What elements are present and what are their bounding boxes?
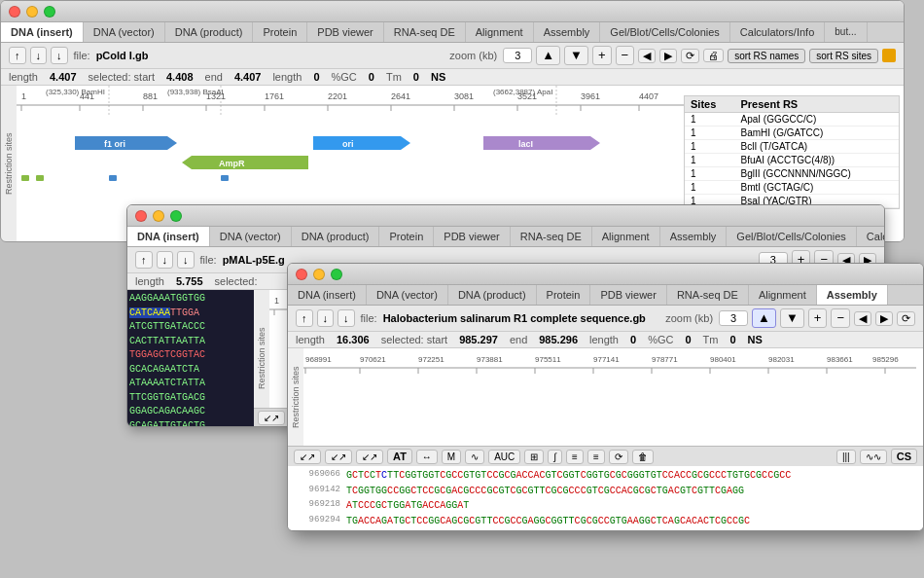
tab-dna-vector-w3[interactable]: DNA (vector) — [367, 285, 448, 305]
zoom-label-w1: zoom (kb) — [449, 50, 497, 61]
zoom-minus-w1[interactable]: − — [616, 46, 635, 65]
refresh-w1[interactable]: ⟳ — [681, 49, 699, 63]
minimize-btn-w1[interactable] — [26, 6, 38, 18]
zoom-input-w1[interactable] — [503, 48, 532, 63]
seq-btn-1-w3[interactable]: ↙↗ — [294, 450, 321, 464]
close-btn-w1[interactable] — [9, 6, 20, 18]
tab-assembly-w2[interactable]: Assembly — [660, 227, 728, 246]
window3-toolbar: ↑ ↓ ↓ file: Halobacterium salinarum R1 c… — [288, 306, 923, 332]
sort-rs-sites-w1[interactable]: sort RS sites — [809, 49, 878, 63]
tab-protein-w1[interactable]: Protein — [253, 22, 307, 42]
download-btn-w1[interactable]: ↓ — [30, 47, 48, 64]
zoom-down-w1[interactable]: ▼ — [564, 46, 588, 65]
seq-btn-lines-w3[interactable]: ≡ — [566, 450, 584, 464]
tab-dna-product-w3[interactable]: DNA (product) — [448, 285, 537, 305]
svg-marker-31 — [313, 136, 410, 150]
tab-protein-w2[interactable]: Protein — [379, 227, 434, 246]
close-btn-w2[interactable] — [135, 210, 147, 222]
seq-btn-wave-w3[interactable]: ∿ — [465, 450, 484, 464]
close-btn-w3[interactable] — [296, 269, 307, 280]
upload-btn-w3[interactable]: ↑ — [296, 309, 313, 327]
tab-pdb-w3[interactable]: PDB viewer — [590, 285, 666, 305]
tab-assembly-w3[interactable]: Assembly — [817, 285, 888, 305]
seq-btn-3-w3[interactable]: ↙↗ — [356, 450, 383, 464]
seq-btn-wave2-w3[interactable]: ∿∿ — [860, 450, 887, 464]
nav-left-w3[interactable]: ◀ — [854, 311, 871, 326]
tab-dna-insert-w2[interactable]: DNA (insert) — [127, 227, 210, 246]
zoom-btn-w1-title[interactable] — [44, 6, 55, 18]
zoom-up-w1[interactable]: ▲ — [536, 46, 560, 65]
tab-dna-product-w2[interactable]: DNA (product) — [292, 227, 380, 246]
seq-btn-trash-w3[interactable]: 🗑 — [632, 450, 654, 464]
tab-rnaseq-w1[interactable]: RNA-seq DE — [384, 22, 466, 42]
tab-pdb-w1[interactable]: PDB viewer — [307, 22, 383, 42]
svg-rect-40 — [221, 175, 229, 181]
tab-extra-w1[interactable]: but... — [825, 22, 867, 42]
zoom-minus-w3[interactable]: − — [831, 308, 850, 328]
seq-pos-4: 969294 — [292, 514, 340, 529]
tab-gel-w2[interactable]: Gel/Blot/Cells/Colonies — [727, 227, 857, 246]
zoom-plus-w1[interactable]: + — [592, 46, 612, 65]
zoom-plus-w3[interactable]: + — [808, 308, 828, 328]
seq-btn-grid-w3[interactable]: ⊞ — [524, 450, 544, 464]
nav-right-w3[interactable]: ▶ — [875, 311, 893, 326]
seq-btn-int-w3[interactable]: ∫ — [548, 450, 562, 464]
window3-seq-toolbar: ↙↗ ↙↗ ↙↗ AT ↔ M ∿ AUC ⊞ ∫ ≡ ≡ ⟳ 🗑 ||| ∿∿… — [288, 446, 923, 466]
seq-btn-4-w3[interactable]: ↔ — [416, 450, 438, 464]
tab-dna-product-w1[interactable]: DNA (product) — [165, 22, 254, 42]
download2-btn-w1[interactable]: ↓ — [51, 47, 68, 64]
tab-rnaseq-w3[interactable]: RNA-seq DE — [667, 285, 749, 305]
window3-tabbar: DNA (insert) DNA (vector) DNA (product) … — [288, 285, 923, 306]
sequence-lines-w3: 969066 GCTCCTCTTCGGTGGTCGCCGTGTCCGCGACCA… — [288, 466, 923, 530]
rs-table-w1: Sites Present RS 1ApaI (GGGCC/C) 1BamHI … — [684, 95, 900, 209]
seq-btn-2-w3[interactable]: ↙↗ — [325, 450, 352, 464]
zoom-down-w3[interactable]: ▼ — [780, 308, 804, 328]
nav-left-w1[interactable]: ◀ — [638, 49, 656, 63]
tab-assembly-w1[interactable]: Assembly — [534, 22, 601, 42]
tab-pdb-w2[interactable]: PDB viewer — [434, 227, 510, 246]
restriction-sites-label-w3: Restriction sites — [288, 348, 303, 446]
filename-w1: pCold I.gb — [96, 50, 149, 61]
tab-dna-vector-w2[interactable]: DNA (vector) — [210, 227, 292, 246]
sel-start-label-w1: selected: start — [89, 71, 155, 83]
tab-calc-w1[interactable]: Calculators/Info — [730, 22, 825, 42]
print-w1[interactable]: 🖨 — [703, 49, 724, 62]
seq-btn-5-w3[interactable]: M — [442, 450, 461, 464]
end-label-w1: end — [205, 71, 223, 83]
sort-rs-names-w1[interactable]: sort RS names — [728, 49, 805, 63]
tab-gel-w1[interactable]: Gel/Blot/Cells/Colonies — [600, 22, 730, 42]
tab-alignment-w2[interactable]: Alignment — [592, 227, 660, 246]
window3-genome-area: Restriction sites 968991 970621 972251 9… — [288, 348, 923, 446]
minimize-btn-w2[interactable] — [153, 210, 164, 222]
tab-dna-insert-w1[interactable]: DNA (insert) — [1, 22, 84, 42]
seq-btn-refresh-w3[interactable]: ⟳ — [609, 450, 628, 464]
download-btn-w3[interactable]: ↓ — [317, 309, 335, 327]
svg-text:968991: 968991 — [305, 355, 332, 364]
tab-dna-insert-w3[interactable]: DNA (insert) — [288, 285, 367, 305]
download2-btn-w3[interactable]: ↓ — [338, 309, 355, 327]
tab-rnaseq-w2[interactable]: RNA-seq DE — [511, 227, 592, 246]
restriction-sites-label-w1: Restriction sites — [1, 86, 17, 241]
tab-alignment-w3[interactable]: Alignment — [749, 285, 817, 305]
svg-text:f1 ori: f1 ori — [104, 139, 125, 149]
zoom-up-w3[interactable]: ▲ — [752, 308, 776, 328]
upload-btn-w2[interactable]: ↑ — [135, 251, 153, 269]
seq-btn-lines2-w3[interactable]: ≡ — [587, 450, 605, 464]
maximize-btn-w3[interactable] — [331, 269, 342, 280]
minimize-btn-w3[interactable] — [313, 269, 325, 280]
svg-text:ori: ori — [342, 139, 354, 149]
btn-w2-1[interactable]: ↙↗ — [258, 411, 285, 425]
seq-btn-auc-w3[interactable]: AUC — [488, 450, 520, 464]
refresh-w3[interactable]: ⟳ — [897, 311, 915, 326]
download-btn-w2[interactable]: ↓ — [157, 251, 174, 269]
zoom-btn-w2-title[interactable] — [170, 210, 182, 222]
nav-right-w1[interactable]: ▶ — [659, 49, 677, 63]
tab-dna-vector-w1[interactable]: DNA (vector) — [84, 22, 165, 42]
zoom-input-w3[interactable] — [719, 310, 748, 326]
seq-btn-bars-w3[interactable]: ||| — [836, 450, 856, 464]
download2-btn-w2[interactable]: ↓ — [177, 251, 195, 269]
tab-alignment-w1[interactable]: Alignment — [466, 22, 534, 42]
upload-btn-w1[interactable]: ↑ — [9, 47, 26, 64]
tab-calc-w2[interactable]: Calcu... — [857, 227, 884, 246]
tab-protein-w3[interactable]: Protein — [537, 285, 591, 305]
